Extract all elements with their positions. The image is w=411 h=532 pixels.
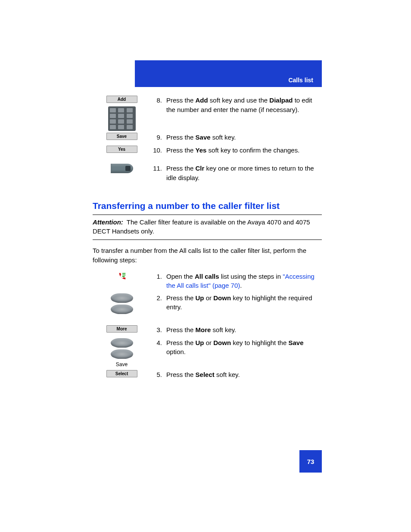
step-number: 11. [151, 164, 166, 173]
step-icon-col: Select [93, 370, 151, 377]
clr-key-icon [111, 164, 133, 173]
step-text: Press the Select soft key. [166, 371, 240, 378]
step-icon-col [93, 272, 151, 281]
nav-key-icon [111, 349, 133, 359]
step-text: Press the Clr key one or more times to r… [166, 165, 314, 181]
step-text-col: 4.Press the Up or Down key to highlight … [151, 338, 322, 357]
step-number: 10. [151, 146, 166, 155]
step-text-col: 3.Press the More soft key. [151, 325, 322, 335]
step-row: Select5.Press the Select soft key. [93, 370, 322, 381]
section-heading: Transferring a number to the caller filt… [93, 201, 322, 211]
step-text-col: 8.Press the Add soft key and use the Dia… [151, 96, 322, 115]
content-area: Add8.Press the Add soft key and use the … [93, 96, 322, 383]
step-icon-col [93, 164, 151, 173]
step-row: 1.Open the All calls list using the step… [93, 272, 322, 292]
header-bar: Calls list [135, 60, 322, 87]
step-text-col: 11.Press the Clr key one or more times t… [151, 164, 322, 183]
step-number: 4. [151, 338, 166, 348]
nav-key-icon [111, 338, 133, 348]
step-text: Press the Up or Down key to highlight th… [166, 294, 312, 311]
procedure-steps: 1.Open the All calls list using the step… [93, 272, 322, 381]
step-text-col: 2.Press the Up or Down key to highlight … [151, 293, 322, 312]
step-text-col: 10.Press the Yes soft key to confirm the… [151, 146, 322, 155]
softkey-yes-icon: Yes [106, 146, 137, 153]
step-row: More3.Press the More soft key. [93, 325, 322, 336]
xref-link[interactable]: "Accessing the All calls list" (page 70) [166, 273, 314, 289]
softkey-add-icon: Add [106, 96, 137, 103]
step-text: Open the All calls list using the steps … [166, 273, 314, 289]
step-number: 1. [151, 272, 166, 281]
intro-text: To transfer a number from the All calls … [93, 246, 322, 265]
option-label: Save [116, 361, 128, 367]
top-steps: Add8.Press the Add soft key and use the … [93, 96, 322, 183]
softkey-select-icon: Select [106, 370, 137, 377]
section-label: Calls list [288, 77, 313, 84]
step-row: 11.Press the Clr key one or more times t… [93, 164, 322, 183]
dialpad-icon [108, 106, 136, 131]
step-number: 2. [151, 293, 166, 303]
step-row: 2.Press the Up or Down key to highlight … [93, 293, 322, 324]
attention-label: Attention: [93, 218, 127, 226]
step-text: Press the Up or Down key to highlight th… [166, 339, 304, 356]
step-icon-col: Add [93, 96, 151, 131]
step-number: 8. [151, 96, 166, 105]
step-text-col: 5.Press the Select soft key. [151, 370, 322, 380]
calls-list-icon [117, 272, 127, 281]
step-row: Save4.Press the Up or Down key to highli… [93, 338, 322, 368]
divider [93, 240, 322, 240]
step-text: Press the Yes soft key to confirm the ch… [166, 146, 299, 154]
step-icon-col: Yes [93, 146, 151, 153]
step-icon-col: More [93, 325, 151, 333]
attention-box: Attention:The Caller filter feature is a… [93, 218, 322, 236]
softkey-save-icon: Save [106, 133, 137, 140]
nav-key-icon [111, 305, 133, 314]
step-text: Press the Add soft key and use the Dialp… [166, 96, 312, 113]
softkey-more-icon: More [106, 325, 137, 333]
step-text: Press the Save soft key. [166, 134, 236, 141]
page: Calls list Add8.Press the Add soft key a… [0, 0, 411, 532]
step-number: 5. [151, 370, 166, 380]
step-text-col: 9.Press the Save soft key. [151, 133, 322, 142]
divider [93, 215, 322, 215]
step-icon-col [93, 293, 151, 314]
nav-key-icon [111, 293, 133, 303]
step-icon-col: Save [93, 133, 151, 140]
step-row: Yes10.Press the Yes soft key to confirm … [93, 146, 322, 157]
step-row: Add8.Press the Add soft key and use the … [93, 96, 322, 131]
page-number: 73 [299, 450, 322, 473]
step-text: Press the More soft key. [166, 326, 236, 333]
step-icon-col: Save [93, 338, 151, 367]
step-number: 3. [151, 325, 166, 335]
step-number: 9. [151, 133, 166, 142]
step-row: Save9.Press the Save soft key. [93, 133, 322, 144]
step-text-col: 1.Open the All calls list using the step… [151, 272, 322, 291]
